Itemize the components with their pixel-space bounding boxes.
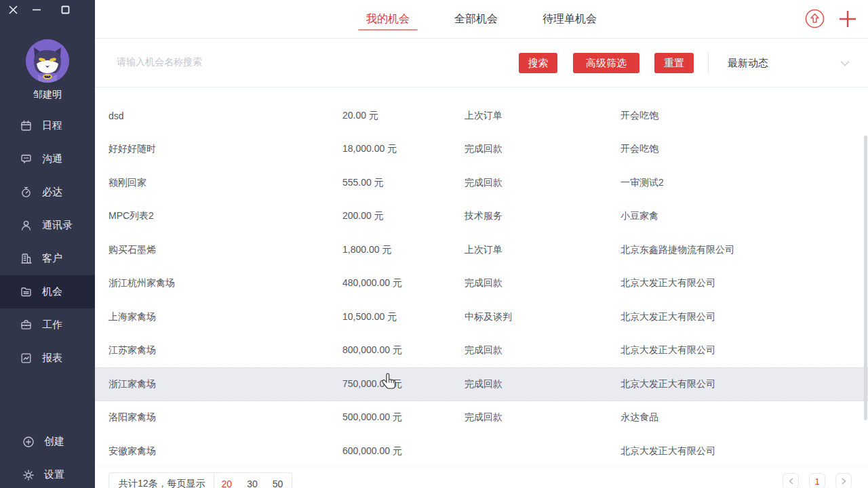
sidebar-item-报表[interactable]: 报表 (0, 342, 95, 375)
opportunity-amount: 18,000.00 元 (342, 143, 458, 155)
table-row[interactable]: 好好好随时18,000.00 元完成回款开会吃饱 (95, 133, 868, 167)
filter-button-高级筛选[interactable]: 高级筛选 (573, 53, 639, 73)
sidebar-item-label: 客户 (42, 252, 62, 265)
opportunity-name: 安徽家禽场 (108, 445, 332, 458)
batman-cat-avatar (26, 39, 69, 83)
header-actions (805, 9, 857, 28)
opportunity-stage: 中标及谈判 (465, 311, 610, 323)
opportunity-icon (20, 286, 33, 298)
chat-icon (20, 153, 33, 165)
opportunity-amount: 200.00 元 (342, 210, 458, 222)
page-size-box: 共计12条，每页显示 203050 (108, 472, 292, 488)
sidebar-item-label: 沟通 (42, 152, 62, 165)
opportunity-customer: 开会吃饱 (620, 110, 858, 122)
table-row[interactable]: MPC列表2200.00 元技术服务小豆家禽 (95, 200, 868, 234)
sort-dropdown[interactable]: 最新动态 (728, 57, 850, 70)
maximize-icon[interactable] (60, 4, 71, 15)
filter-actions: 搜索高级筛选重置 最新动态 (519, 39, 850, 87)
opportunity-stage: 完成回款 (465, 344, 610, 357)
main-panel: 我的机会全部机会待理单机会 请输入机会名称搜索 搜索高级筛选重置 最新动态 (95, 0, 868, 488)
sidebar-item-创建[interactable]: 创建 (0, 425, 95, 458)
prev-page-button[interactable] (783, 473, 799, 488)
opportunity-amount: 600,000.00 元 (342, 445, 458, 458)
sidebar-item-label: 必达 (42, 186, 62, 199)
table-row[interactable]: 浙江家禽场750,000.00 元完成回款北京大发正大有限公司 (95, 367, 868, 401)
minimize-icon[interactable] (31, 4, 42, 15)
vertical-scrollbar[interactable] (864, 136, 867, 420)
table-row[interactable]: 购买石墨烯1,800.00 元上次订单北京东鑫路捷物流有限公司 (95, 233, 868, 267)
page-size-option-30[interactable]: 30 (239, 479, 265, 488)
opportunity-amount: 555.00 元 (342, 177, 458, 189)
table-row[interactable]: 浙江杭州家禽场480,000.00 元完成回款北京大发正大有限公司 (95, 267, 868, 301)
close-icon[interactable] (7, 4, 18, 15)
pagination-bar: 共计12条，每页显示 203050 1 (95, 468, 868, 488)
opportunity-customer: 北京大发正大有限公司 (620, 445, 858, 458)
opportunity-stage: 完成回款 (465, 177, 610, 189)
tab-我的机会[interactable]: 我的机会 (358, 0, 418, 38)
filter-button-搜索[interactable]: 搜索 (519, 53, 557, 73)
sidebar-item-机会[interactable]: 机会 (0, 275, 95, 308)
sidebar-item-设置[interactable]: 设置 (0, 458, 95, 488)
filter-buttons: 搜索高级筛选重置 (519, 53, 694, 73)
next-page-button[interactable] (835, 473, 852, 488)
opportunity-customer: 北京东鑫路捷物流有限公司 (620, 244, 858, 256)
opportunity-stage: 上次订单 (465, 244, 610, 256)
sidebar: 邹建明 日程沟通必达通讯录客户机会工作报表 创建设置 (0, 0, 95, 488)
plus-icon[interactable] (838, 9, 857, 28)
opportunity-customer: 北京大发正大有限公司 (620, 277, 858, 289)
search-input[interactable]: 请输入机会名称搜索 (117, 56, 401, 68)
opportunity-customer: 永达食品 (620, 411, 858, 424)
tab-待理单机会[interactable]: 待理单机会 (534, 0, 605, 38)
table-row[interactable]: 江苏家禽场800,000.00 元完成回款北京大发正大有限公司 (95, 334, 868, 368)
window-controls (0, 0, 95, 19)
table-row[interactable]: 安徽家禽场600,000.00 元北京大发正大有限公司 (95, 434, 868, 468)
sidebar-item-label: 设置 (44, 468, 64, 481)
opportunity-name: 洛阳家禽场 (108, 411, 332, 424)
sidebar-item-必达[interactable]: 必达 (0, 176, 95, 209)
opportunity-stage: 完成回款 (465, 143, 610, 155)
divider (708, 53, 709, 73)
opportunity-name: 好好好随时 (108, 143, 332, 155)
opportunity-amount: 500,000.00 元 (342, 411, 458, 424)
opportunity-name: dsd (108, 110, 332, 121)
sidebar-item-label: 通讯录 (42, 219, 73, 232)
current-page-button[interactable]: 1 (809, 473, 825, 488)
tab-全部机会[interactable]: 全部机会 (446, 0, 506, 38)
table-row[interactable]: 洛阳家禽场500,000.00 元完成回款永达食品 (95, 401, 868, 435)
sidebar-item-日程[interactable]: 日程 (0, 109, 95, 142)
opportunity-customer: 开会吃饱 (620, 143, 858, 155)
contacts-icon (20, 220, 33, 232)
opportunity-amount: 480,000.00 元 (342, 277, 458, 289)
sidebar-item-label: 创建 (44, 435, 64, 448)
sidebar-item-工作[interactable]: 工作 (0, 308, 95, 342)
sidebar-item-沟通[interactable]: 沟通 (0, 142, 95, 176)
sidebar-item-通讯录[interactable]: 通讯录 (0, 209, 95, 242)
opportunity-stage: 技术服务 (465, 210, 610, 222)
opportunity-name: 额刚回家 (108, 177, 332, 189)
calendar-icon (20, 120, 33, 132)
sidebar-item-label: 工作 (42, 319, 62, 331)
opportunity-customer: 北京大发正大有限公司 (620, 311, 858, 323)
opportunity-customer: 一审测试2 (620, 177, 858, 189)
opportunity-name: 浙江杭州家禽场 (108, 277, 332, 289)
stopwatch-icon (20, 186, 33, 199)
opportunity-amount: 20.00 元 (342, 110, 458, 122)
sidebar-item-label: 机会 (42, 285, 62, 298)
sidebar-item-客户[interactable]: 客户 (0, 242, 95, 275)
upload-circle-icon[interactable] (805, 9, 825, 28)
table-row[interactable]: 上海家禽场10,500.00 元中标及谈判北京大发正大有限公司 (95, 300, 868, 334)
page-size-option-20[interactable]: 20 (214, 479, 240, 488)
opportunity-name: 购买石墨烯 (108, 244, 332, 256)
filter-button-重置[interactable]: 重置 (654, 53, 694, 73)
page-size-options: 203050 (214, 479, 291, 488)
table-row[interactable]: dsd20.00 元上次订单开会吃饱 (95, 99, 868, 133)
opportunity-customer: 北京大发正大有限公司 (620, 378, 858, 390)
sidebar-item-label: 报表 (42, 352, 62, 365)
opportunity-name: 江苏家禽场 (108, 344, 332, 357)
opportunity-stage: 完成回款 (465, 378, 610, 390)
page-size-option-50[interactable]: 50 (265, 479, 291, 488)
table-row[interactable]: 额刚回家555.00 元完成回款一审测试2 (95, 166, 868, 200)
sidebar-footer-menu: 创建设置 (0, 425, 95, 488)
top-header: 我的机会全部机会待理单机会 (95, 0, 868, 39)
opportunity-name: 浙江家禽场 (108, 378, 332, 390)
